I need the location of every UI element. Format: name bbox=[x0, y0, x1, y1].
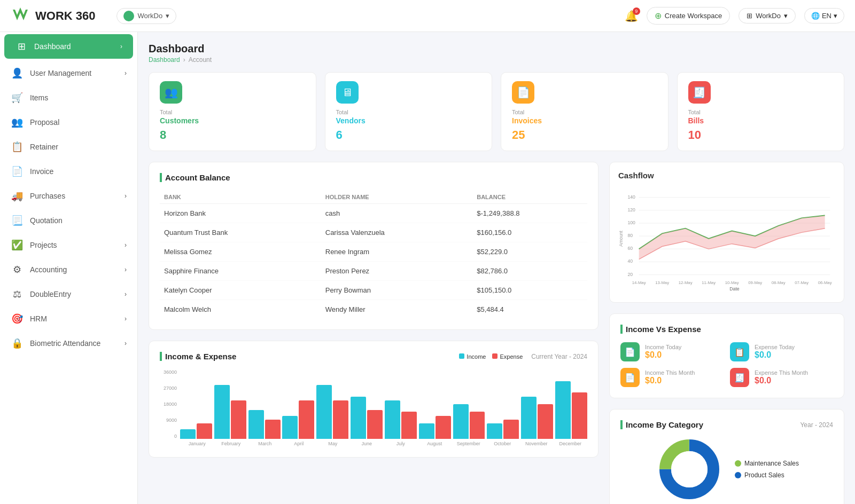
svg-marker-0 bbox=[13, 7, 28, 20]
chevron-right-icon: › bbox=[125, 241, 127, 249]
income-bar bbox=[487, 423, 502, 439]
income-bar bbox=[521, 397, 537, 439]
sidebar-item-invoice[interactable]: 📄 Invoice bbox=[0, 159, 137, 184]
sidebar-item-label: HRM bbox=[30, 314, 47, 323]
vendors-label: Total bbox=[336, 109, 481, 115]
biometric-icon: 🔒 bbox=[11, 337, 24, 349]
month-label: November bbox=[519, 441, 554, 446]
sidebar-item-purchases[interactable]: 🚚 Purchases › bbox=[0, 184, 137, 208]
navbar-left: WORK 360 WorkDo ▾ bbox=[11, 5, 176, 26]
bank-cell: Malcolm Welch bbox=[160, 300, 321, 319]
legend-product: Product Sales bbox=[735, 471, 799, 479]
y-label: 18000 bbox=[164, 401, 177, 407]
y-label: 0 bbox=[174, 434, 177, 439]
income-bar bbox=[419, 423, 434, 439]
income-today-info: Income Today $0.0 bbox=[645, 344, 681, 360]
ive-grid: 📄 Income Today $0.0 📋 Expense Today $0.0 bbox=[620, 342, 833, 387]
month-label: October bbox=[486, 441, 520, 446]
balance-cell: $-1,249,388.8 bbox=[472, 204, 587, 223]
bank-cell: Sapphire Finance bbox=[160, 262, 321, 281]
sidebar-item-accounting[interactable]: ⚙ Accounting › bbox=[0, 257, 137, 282]
ie-legend: Income Expense bbox=[459, 353, 523, 360]
expense-legend-dot bbox=[492, 353, 498, 359]
vendors-value: 6 bbox=[336, 128, 481, 142]
bar-group bbox=[385, 400, 417, 439]
balance-cell: $5,484.4 bbox=[472, 300, 587, 319]
product-label: Product Sales bbox=[744, 471, 784, 479]
chevron-right-icon: › bbox=[120, 43, 122, 50]
income-bar bbox=[385, 400, 400, 439]
svg-text:06-May: 06-May bbox=[818, 280, 832, 285]
month-label: February bbox=[214, 441, 248, 446]
ie-chart-wrapper: 36000 27000 18000 9000 0 JanuaryFebruary… bbox=[160, 369, 587, 446]
breadcrumb: Dashboard › Account bbox=[149, 56, 844, 64]
col-bank: BANK bbox=[160, 191, 321, 204]
ie-header: Income & Expense Income Expense Current … bbox=[160, 352, 587, 361]
sidebar: ⊞ Dashboard › 👤 User Management › 🛒 Item… bbox=[0, 32, 138, 504]
sidebar-item-hrm[interactable]: 🎯 HRM › bbox=[0, 306, 137, 331]
bar-group bbox=[555, 381, 587, 439]
month-label: June bbox=[350, 441, 384, 446]
expense-today-info: Expense Today $0.0 bbox=[755, 344, 795, 360]
notification-button[interactable]: 🔔 9 bbox=[625, 10, 638, 22]
svg-point-29 bbox=[671, 451, 708, 487]
sidebar-item-biometric[interactable]: 🔒 Biometric Attendance › bbox=[0, 331, 137, 356]
table-row: Katelyn Cooper Perry Bowman $105,150.0 bbox=[160, 281, 587, 300]
user-icon: 👤 bbox=[11, 67, 24, 79]
ive-title: Income Vs Expense bbox=[620, 325, 833, 334]
breadcrumb-dashboard[interactable]: Dashboard bbox=[149, 56, 180, 64]
ie-title: Income & Expense bbox=[160, 352, 236, 361]
income-today-value: $0.0 bbox=[645, 350, 681, 360]
sidebar-item-label: Items bbox=[30, 93, 48, 102]
bar-group bbox=[419, 416, 451, 439]
sidebar-item-quotation[interactable]: 📃 Quotation bbox=[0, 208, 137, 233]
sidebar-item-label: Purchases bbox=[30, 192, 65, 200]
chevron-right-icon: › bbox=[125, 290, 127, 298]
sidebar-item-double-entry[interactable]: ⚖ DoubleEntry › bbox=[0, 282, 137, 306]
invoices-value: 25 bbox=[512, 128, 657, 142]
quotation-icon: 📃 bbox=[11, 215, 24, 226]
workdo-button[interactable]: ⊞ WorkDo ▾ bbox=[739, 8, 796, 23]
vendors-icon: 🖥 bbox=[336, 81, 359, 104]
income-bar bbox=[555, 381, 571, 439]
sidebar-item-projects[interactable]: ✅ Projects › bbox=[0, 233, 137, 257]
ie-period: Current Year - 2024 bbox=[531, 353, 587, 360]
sidebar-item-label: Quotation bbox=[30, 216, 63, 225]
navbar-right: 🔔 9 ⊕ Create Workspace ⊞ WorkDo ▾ 🌐 EN ▾ bbox=[625, 7, 844, 25]
income-vs-expense-section: Income Vs Expense 📄 Income Today $0.0 📋 bbox=[609, 313, 844, 398]
holder-cell: Perry Bowman bbox=[321, 281, 472, 300]
page-header: Dashboard Dashboard › Account bbox=[149, 43, 844, 64]
create-workspace-button[interactable]: ⊕ Create Workspace bbox=[647, 7, 730, 25]
chevron-down-icon: ▾ bbox=[784, 12, 788, 20]
expense-month-value: $0.0 bbox=[755, 376, 808, 385]
invoices-icon: 📄 bbox=[512, 81, 534, 104]
sidebar-item-proposal[interactable]: 👥 Proposal bbox=[0, 110, 137, 135]
svg-text:13-May: 13-May bbox=[655, 280, 669, 285]
customers-card: 👥 Total Customers 8 bbox=[149, 72, 316, 151]
bar-group bbox=[351, 397, 383, 439]
invoices-name: Invoices bbox=[512, 116, 657, 125]
sidebar-item-dashboard[interactable]: ⊞ Dashboard › bbox=[4, 34, 133, 59]
bank-cell: Katelyn Cooper bbox=[160, 281, 321, 300]
language-button[interactable]: 🌐 EN ▾ bbox=[804, 8, 844, 23]
y-label: 36000 bbox=[164, 369, 177, 375]
sidebar-item-user-management[interactable]: 👤 User Management › bbox=[0, 61, 137, 85]
summary-cards: 👥 Total Customers 8 🖥 Total Vendors 6 📄 … bbox=[149, 72, 844, 151]
vendors-card: 🖥 Total Vendors 6 bbox=[325, 72, 493, 151]
sidebar-item-items[interactable]: 🛒 Items bbox=[0, 85, 137, 110]
income-legend-dot bbox=[459, 353, 464, 359]
table-row: Horizon Bank cash $-1,249,388.8 bbox=[160, 204, 587, 223]
right-column: Cashflow 140 120 100 80 60 40 20 bbox=[609, 162, 844, 504]
expense-month-label: Expense This Month bbox=[755, 369, 808, 376]
income-legend-label: Income bbox=[467, 353, 486, 360]
expense-bar bbox=[470, 412, 485, 439]
expense-month-item: 🧾 Expense This Month $0.0 bbox=[730, 368, 833, 387]
plus-icon: ⊕ bbox=[655, 11, 662, 21]
dashboard-icon: ⊞ bbox=[15, 41, 28, 52]
workspace-selector[interactable]: WorkDo ▾ bbox=[116, 8, 176, 24]
expense-bar bbox=[231, 400, 246, 439]
ibc-period: Year - 2024 bbox=[800, 421, 833, 429]
svg-text:08-May: 08-May bbox=[772, 280, 786, 285]
sidebar-item-retainer[interactable]: 📋 Retainer bbox=[0, 135, 137, 159]
proposal-icon: 👥 bbox=[11, 116, 24, 128]
